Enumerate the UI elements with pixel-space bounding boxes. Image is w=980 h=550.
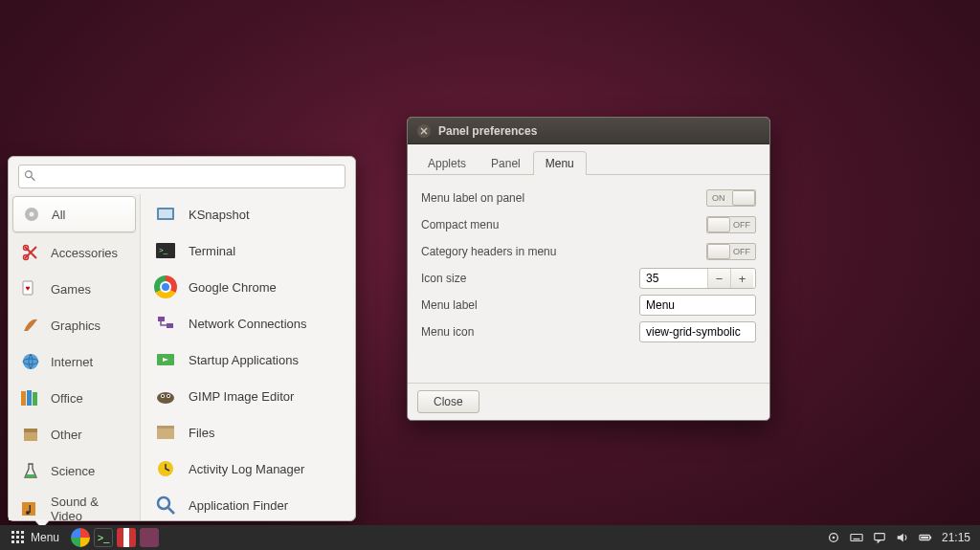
clock[interactable]: 21:15 [942,531,970,544]
app-google-chrome[interactable]: Google Chrome [141,269,355,305]
category-label: Sound & Video [51,495,130,520]
tab-menu[interactable]: Menu [533,151,587,175]
label-icon-size: Icon size [421,272,639,285]
app-ksnapshot[interactable]: KSnapshot [141,196,355,232]
svg-rect-32 [157,429,174,439]
menu-label-input[interactable] [639,295,756,316]
category-graphics[interactable]: Graphics [9,307,140,343]
category-label: Accessories [51,246,118,260]
window-list-icon[interactable] [140,528,159,547]
chrome-task-icon[interactable] [71,528,90,547]
toggle-category-headers[interactable] [706,243,756,260]
menu-icon-input[interactable] [639,321,756,342]
icon-size-decrement[interactable]: − [707,269,730,288]
svg-rect-23 [158,317,165,321]
category-label: Office [51,391,83,406]
tab-panel[interactable]: Panel [479,151,533,175]
category-other[interactable]: Other [9,416,140,452]
app-files[interactable]: Files [141,414,355,451]
category-sound-video[interactable]: Sound & Video [9,489,140,520]
svg-rect-42 [875,534,885,540]
screenshot-icon [152,201,179,228]
window-titlebar[interactable]: Panel preferences [408,118,769,144]
icon-size-value[interactable] [640,272,707,285]
toggle-menu-label-on-panel[interactable] [706,189,756,207]
svg-rect-14 [24,429,37,432]
app-label: Files [189,426,214,440]
app-label: Application Finder [189,498,288,513]
app-gimp-image-editor[interactable]: GIMP Image Editor [141,378,355,414]
category-accessories[interactable]: Accessories [9,234,140,271]
startup-icon [152,346,179,373]
terminal-task-icon[interactable]: >_ [94,528,113,547]
category-label: Internet [51,355,93,369]
chat-icon[interactable] [873,531,886,544]
svg-rect-10 [21,391,26,406]
app-startup-applications[interactable]: Startup Applications [141,341,355,378]
books-icon [18,385,43,410]
category-label: All [52,208,65,222]
label-compact-menu: Compact menu [421,218,706,231]
app-label: Startup Applications [189,353,299,367]
app-network-connections[interactable]: Network Connections [141,305,355,341]
search-icon [24,169,35,181]
network-icon [152,310,179,337]
svg-rect-12 [33,392,37,406]
svg-point-3 [30,212,34,217]
app-label: Network Connections [189,317,307,331]
svg-rect-44 [929,537,931,539]
app-label: Terminal [189,244,235,258]
svg-point-8 [23,354,38,369]
cards-icon: ♥ [18,276,43,301]
toggle-compact-menu[interactable] [706,216,756,233]
volume-icon[interactable] [896,531,909,544]
tab-applets[interactable]: Applets [415,151,479,175]
gear-icon [19,202,44,227]
app-application-finder[interactable]: Application Finder [141,487,355,520]
indicator-icon[interactable] [827,531,840,544]
svg-point-26 [157,392,174,404]
category-all[interactable]: All [12,196,136,232]
category-label: Other [51,428,82,442]
app-label: GIMP Image Editor [189,389,294,404]
category-science[interactable]: Science [9,452,140,489]
svg-line-35 [168,508,174,514]
category-list: AllAccessories♥GamesGraphicsInternetOffi… [9,194,141,520]
files-icon [152,419,179,446]
category-label: Games [51,282,91,297]
category-games[interactable]: ♥Games [9,271,140,307]
icon-size-increment[interactable]: + [730,269,753,288]
keyboard-icon[interactable] [850,531,863,544]
panel-preferences-window: Panel preferences AppletsPanelMenu Menu … [407,117,770,421]
app-activity-log-manager[interactable]: Activity Log Manager [141,451,355,487]
search-input[interactable] [18,165,345,188]
svg-rect-41 [853,539,859,539]
category-office[interactable]: Office [9,380,140,416]
window-close-button[interactable] [417,124,431,138]
tab-bar: AppletsPanelMenu [408,144,769,175]
close-button[interactable]: Close [417,390,479,413]
svg-rect-11 [27,390,32,406]
app-label: Google Chrome [189,280,277,295]
panel-menu-button[interactable]: Menu [6,528,65,547]
svg-text:>_: >_ [159,246,168,254]
svg-point-0 [26,170,33,177]
tab-content-menu: Menu label on panel Compact menu Categor… [408,175,769,383]
svg-rect-45 [921,537,928,539]
app-label: Activity Log Manager [189,462,304,476]
workspace-switcher-icon[interactable] [117,528,136,547]
application-menu: AllAccessories♥GamesGraphicsInternetOffi… [8,156,356,521]
box-icon [18,422,43,447]
category-label: Graphics [51,319,100,333]
window-title: Panel preferences [438,124,537,138]
battery-icon[interactable] [919,531,932,544]
task-icons: >_ [71,528,159,547]
activity-icon [152,455,179,482]
panel-menu-label: Menu [31,531,59,544]
category-internet[interactable]: Internet [9,343,140,380]
music-icon [18,496,43,520]
svg-point-16 [26,511,30,515]
svg-point-39 [833,537,835,539]
gimp-icon [152,383,179,409]
app-terminal[interactable]: >_Terminal [141,232,355,269]
